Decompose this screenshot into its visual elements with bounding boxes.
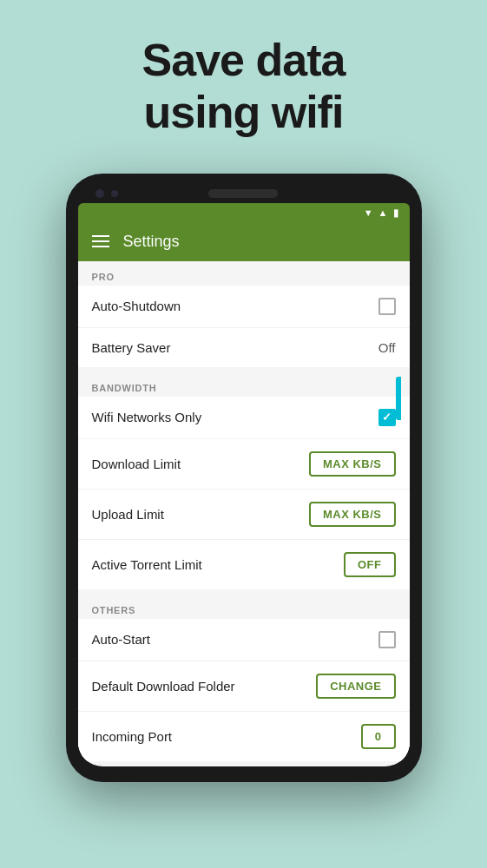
- auto-shutdown-label: Auto-Shutdown: [92, 299, 181, 313]
- wifi-networks-only-checkbox[interactable]: [378, 409, 396, 426]
- auto-start-label: Auto-Start: [92, 632, 151, 647]
- battery-saver-label: Battery Saver: [92, 340, 171, 355]
- active-torrent-limit-row[interactable]: Active Torrent Limit OFF: [78, 540, 410, 589]
- others-section-header: OTHERS: [78, 595, 410, 619]
- bandwidth-section: Wifi Networks Only Download Limit MAX KB…: [78, 397, 410, 589]
- upload-limit-button[interactable]: MAX KB/S: [309, 502, 396, 527]
- auto-shutdown-row[interactable]: Auto-Shutdown: [78, 286, 410, 328]
- default-download-folder-label: Default Download Folder: [92, 679, 235, 694]
- phone-bottom: [78, 766, 410, 782]
- active-torrent-limit-button[interactable]: OFF: [344, 552, 396, 577]
- page-title: Save data using wifi: [0, 0, 487, 165]
- download-limit-label: Download Limit: [92, 457, 181, 471]
- bandwidth-section-header: BANDWIDTH: [78, 372, 410, 397]
- phone-camera-area: [78, 189, 410, 198]
- menu-button[interactable]: [92, 235, 109, 247]
- camera-dot-right: [111, 190, 118, 197]
- hamburger-line-3: [92, 246, 109, 247]
- app-bar: Settings: [78, 222, 410, 261]
- download-limit-button[interactable]: MAX KB/S: [309, 451, 396, 477]
- auto-start-row[interactable]: Auto-Start: [78, 619, 410, 661]
- pro-section-header: PRO: [78, 261, 410, 286]
- hamburger-line-2: [92, 240, 109, 242]
- upload-limit-row[interactable]: Upload Limit MAX KB/S: [78, 490, 410, 540]
- incoming-port-row[interactable]: Incoming Port 0: [78, 712, 410, 761]
- auto-start-checkbox[interactable]: [378, 631, 396, 648]
- incoming-port-label: Incoming Port: [92, 729, 173, 744]
- scroll-indicator: [396, 377, 401, 420]
- default-download-folder-button[interactable]: CHANGE: [316, 674, 395, 699]
- battery-saver-row[interactable]: Battery Saver Off: [78, 328, 410, 367]
- incoming-port-button[interactable]: 0: [361, 724, 396, 749]
- upload-limit-label: Upload Limit: [92, 507, 164, 522]
- phone-mockup: ▼ ▲ ▮ Settings PRO: [0, 165, 487, 782]
- camera-dot-left: [95, 189, 104, 198]
- others-section: Auto-Start Default Download Folder CHANG…: [78, 619, 410, 761]
- wifi-networks-only-row[interactable]: Wifi Networks Only: [78, 397, 410, 439]
- status-bar: ▼ ▲ ▮: [78, 203, 410, 222]
- speaker-grille: [208, 189, 278, 198]
- pro-section: Auto-Shutdown Battery Saver Off: [78, 286, 410, 367]
- hamburger-line-1: [92, 235, 109, 237]
- settings-screen: PRO Auto-Shutdown Battery Saver Off BAND…: [78, 261, 410, 766]
- battery-status-icon: ▮: [393, 207, 399, 219]
- default-download-folder-row[interactable]: Default Download Folder CHANGE: [78, 661, 410, 712]
- wifi-networks-only-label: Wifi Networks Only: [92, 410, 202, 424]
- download-limit-row[interactable]: Download Limit MAX KB/S: [78, 439, 410, 490]
- signal-status-icon: ▲: [378, 207, 388, 218]
- battery-saver-value: Off: [378, 340, 396, 355]
- auto-shutdown-checkbox[interactable]: [378, 298, 396, 315]
- app-bar-title: Settings: [123, 233, 180, 251]
- wifi-status-icon: ▼: [364, 207, 373, 218]
- active-torrent-limit-label: Active Torrent Limit: [92, 557, 202, 572]
